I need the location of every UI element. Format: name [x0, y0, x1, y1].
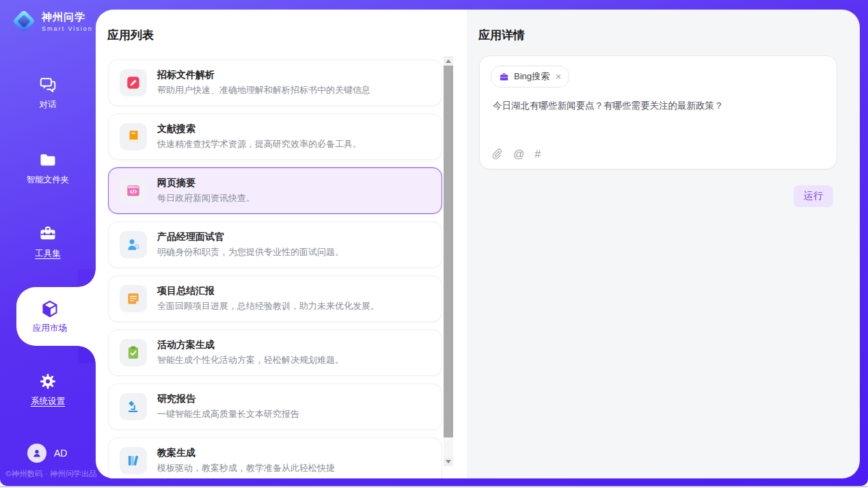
paperclip-icon[interactable]	[491, 148, 503, 160]
pencil-doc-icon	[125, 74, 141, 91]
brand-logo: 神州问学 Smart Vision	[12, 10, 93, 33]
card-title: 招标文件解析	[157, 69, 370, 81]
app-detail-panel: 应用详情 Bing搜索 × 今日湖北有哪些新闻要点？有哪些需要关注的最新政策？	[467, 10, 860, 478]
copyright-footer: ©神州数码 · 神州问学出品	[5, 469, 97, 479]
sidebar-item-label: 智能文件夹	[27, 174, 70, 186]
app-list-title: 应用列表	[107, 27, 154, 43]
sidebar-item-label: 应用市场	[33, 323, 67, 334]
gear-icon	[38, 372, 57, 391]
browser-code-icon	[125, 182, 141, 199]
card-desc: 一键智能生成高质量长文本研究报告	[157, 408, 299, 420]
run-button[interactable]: 运行	[794, 185, 833, 207]
app-detail-title: 应用详情	[478, 27, 525, 43]
cube-icon	[40, 299, 60, 319]
app-card-literature-search[interactable]: 文献搜索 快速精准查找学术资源，提高研究效率的必备工具。	[108, 113, 442, 160]
clipboard-check-icon	[125, 344, 141, 361]
books-icon	[125, 452, 141, 469]
sidebar-item-settings[interactable]: 系统设置	[0, 372, 96, 407]
toolbox-icon	[38, 224, 57, 243]
card-title: 产品经理面试官	[157, 231, 344, 243]
prompt-toolbar: @ #	[491, 148, 541, 160]
arrow-down-icon	[446, 460, 451, 463]
sidebar-item-toolbox[interactable]: 工具集	[0, 224, 96, 260]
app-frame: 神州问学 Smart Vision 对话 智能文件夹	[0, 0, 868, 486]
sidebar-item-smart-folder[interactable]: 智能文件夹	[0, 150, 96, 186]
brand-logo-icon	[12, 10, 36, 33]
card-desc: 每日政府新闻资讯快查。	[157, 192, 255, 204]
app-card-list: 招标文件解析 帮助用户快速、准确地理解和解析招标书中的关键信息	[108, 59, 442, 478]
window-bottom-edge	[0, 486, 868, 487]
card-title: 研究报告	[157, 393, 299, 405]
card-title: 文献搜索	[157, 123, 362, 135]
avatar	[27, 444, 46, 463]
card-title: 网页摘要	[157, 177, 255, 189]
app-window: 神州问学 Smart Vision 对话 智能文件夹	[0, 0, 868, 488]
scroll-up-button[interactable]	[444, 56, 453, 66]
user-account[interactable]: AD	[27, 444, 67, 463]
scrollbar-thumb[interactable]	[444, 66, 453, 437]
note-icon	[125, 290, 141, 307]
book-icon	[125, 128, 141, 145]
app-card-pm-interviewer[interactable]: 产品经理面试官 明确身份和职责，为您提供专业性的面试问题。	[108, 221, 442, 268]
tag-close-icon[interactable]: ×	[556, 72, 561, 81]
app-card-web-summary[interactable]: 网页摘要 每日政府新闻资讯快查。	[108, 167, 442, 214]
tool-tag-bing-search[interactable]: Bing搜索 ×	[491, 66, 569, 87]
app-card-research-report[interactable]: 研究报告 一键智能生成高质量长文本研究报告	[108, 383, 442, 430]
app-card-lesson-plan[interactable]: 教案生成 模板驱动，教案秒成，教学准备从此轻松快捷	[108, 437, 442, 478]
card-desc: 智能生成个性化活动方案，轻松解决规划难题。	[157, 354, 344, 366]
chat-icon	[38, 75, 57, 94]
prompt-card[interactable]: Bing搜索 × 今日湖北有哪些新闻要点？有哪些需要关注的最新政策？ @ #	[479, 55, 837, 170]
list-scrollbar[interactable]	[444, 56, 453, 466]
tool-tag-label: Bing搜索	[514, 70, 550, 83]
user-initials: AD	[54, 448, 67, 459]
card-title: 活动方案生成	[157, 339, 344, 351]
app-card-project-summary[interactable]: 项目总结汇报 全面回顾项目进展，总结经验教训，助力未来优化发展。	[108, 275, 442, 322]
arrow-up-icon	[446, 59, 451, 63]
hash-icon[interactable]: #	[534, 149, 541, 160]
card-desc: 明确身份和职责，为您提供专业性的面试问题。	[157, 246, 344, 258]
app-card-bid-analysis[interactable]: 招标文件解析 帮助用户快速、准确地理解和解析招标书中的关键信息	[108, 59, 442, 106]
sidebar-item-label: 系统设置	[31, 396, 65, 407]
briefcase-icon	[499, 72, 509, 82]
sidebar-item-label: 工具集	[35, 248, 61, 260]
person-icon	[31, 447, 43, 459]
card-desc: 快速精准查找学术资源，提高研究效率的必备工具。	[157, 138, 362, 150]
folder-icon	[38, 150, 57, 170]
card-title: 教案生成	[157, 447, 335, 459]
card-desc: 模板驱动，教案秒成，教学准备从此轻松快捷	[157, 462, 335, 474]
brand-subtitle: Smart Vision	[42, 25, 93, 32]
brand-name: 神州问学	[42, 11, 93, 24]
sidebar-item-app-market[interactable]: 应用市场	[16, 287, 96, 346]
sidebar-item-label: 对话	[40, 99, 57, 111]
card-desc: 帮助用户快速、准确地理解和解析招标书中的关键信息	[157, 84, 370, 96]
microscope-icon	[125, 398, 141, 415]
card-title: 项目总结汇报	[157, 285, 379, 297]
sidebar-item-chat[interactable]: 对话	[0, 75, 96, 111]
at-icon[interactable]: @	[513, 149, 524, 160]
app-card-event-plan[interactable]: 活动方案生成 智能生成个性化活动方案，轻松解决规划难题。	[108, 329, 442, 376]
sidebar: 神州问学 Smart Vision 对话 智能文件夹	[0, 0, 96, 486]
interviewer-icon	[125, 236, 141, 253]
app-list-panel: 应用列表 招标文件解析 帮助用户快速、准确地理解和解析招标书中的关键信息	[96, 10, 467, 478]
scroll-down-button[interactable]	[444, 457, 453, 466]
card-desc: 全面回顾项目进展，总结经验教训，助力未来优化发展。	[157, 300, 379, 312]
prompt-input[interactable]: 今日湖北有哪些新闻要点？有哪些需要关注的最新政策？	[493, 99, 824, 113]
